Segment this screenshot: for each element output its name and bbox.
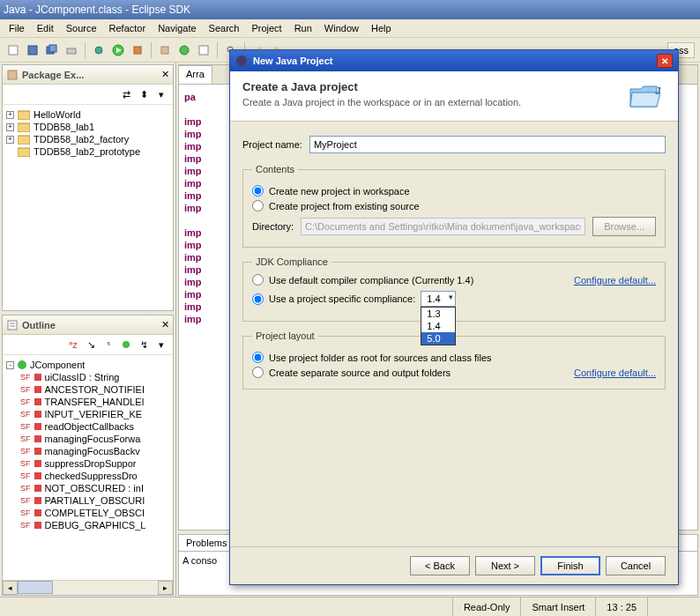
outline-item[interactable]: SFuiClassID : String — [20, 371, 169, 383]
menu-search[interactable]: Search — [204, 21, 245, 35]
cancel-button[interactable]: Cancel — [606, 556, 666, 575]
menu-file[interactable]: File — [4, 21, 30, 35]
close-view-icon[interactable]: ✕ — [161, 319, 169, 330]
folder-icon — [18, 134, 30, 145]
svg-rect-17 — [18, 111, 30, 120]
tree-item[interactable]: TDDB58_lab2_prototype — [34, 146, 140, 157]
outline-item[interactable]: SFcheckedSuppressDro — [20, 470, 169, 482]
scroll-right-icon[interactable]: ▸ — [158, 581, 173, 595]
configure-default-link[interactable]: Configure default... — [574, 275, 656, 286]
view-menu-icon[interactable]: ▾ — [153, 337, 169, 353]
outline-item[interactable]: SFmanagingFocusBackv — [20, 445, 169, 457]
contents-existing-radio[interactable] — [252, 200, 264, 212]
sort-icon[interactable]: ᵃz — [65, 337, 81, 353]
compliance-option[interactable]: 5.0 — [421, 332, 454, 345]
save-button[interactable] — [25, 42, 41, 58]
layout-opt1[interactable]: Use project folder as root for sources a… — [269, 353, 492, 363]
jdk-default-radio[interactable] — [252, 274, 264, 286]
outline-view: Outline ✕ ᵃz ↘ ˢ ↯ ▾ -JComponent SFuiCla… — [2, 315, 174, 596]
project-name-input[interactable] — [309, 136, 666, 153]
compliance-option[interactable]: 1.3 — [421, 308, 454, 320]
expand-icon[interactable]: + — [6, 111, 14, 119]
menu-refactor[interactable]: Refactor — [104, 21, 152, 35]
outline-tree: -JComponent SFuiClassID : StringSFANCEST… — [3, 355, 173, 580]
tree-item[interactable]: TDDB58_lab1 — [34, 122, 94, 132]
outline-item[interactable]: SFDEBUG_GRAPHICS_L — [20, 519, 169, 531]
jdk-opt2[interactable]: Use a project specific compliance: — [269, 293, 415, 304]
save-all-button[interactable] — [44, 42, 60, 58]
ext-tools-button[interactable] — [130, 42, 145, 58]
new-package-button[interactable] — [157, 42, 173, 58]
compliance-dropdown[interactable]: 1.3 1.4 5.0 — [421, 307, 455, 345]
status-bar: Read-Only Smart Insert 13 : 25 — [0, 597, 700, 616]
toolbar-divider — [151, 42, 152, 58]
contents-workspace-radio[interactable] — [252, 185, 264, 197]
hide-nonpublic-icon[interactable] — [118, 337, 134, 353]
hide-static-icon[interactable]: ˢ — [101, 337, 116, 353]
link-editor-icon[interactable]: ⬍ — [136, 86, 152, 102]
menu-run[interactable]: Run — [289, 21, 317, 35]
outline-item[interactable]: SFsuppressDropSuppor — [20, 457, 169, 470]
layout-separate-radio[interactable] — [252, 367, 264, 378]
collapse-icon[interactable]: - — [6, 361, 14, 369]
editor-tab[interactable]: Arra — [179, 65, 212, 84]
layout-root-radio[interactable] — [252, 352, 264, 363]
new-button[interactable] — [5, 42, 21, 58]
hide-local-icon[interactable]: ↯ — [136, 337, 152, 353]
new-class-button[interactable] — [176, 42, 192, 58]
next-button[interactable]: Next > — [475, 556, 535, 575]
jdk-specific-radio[interactable] — [252, 293, 264, 305]
expand-icon[interactable]: + — [6, 123, 14, 131]
compliance-option[interactable]: 1.4 — [421, 320, 454, 332]
collapse-all-icon[interactable]: ⇄ — [118, 86, 134, 102]
menu-window[interactable]: Window — [319, 21, 364, 35]
outline-item[interactable]: SFmanagingFocusForwa — [20, 433, 169, 445]
close-icon[interactable]: ✕ — [657, 54, 673, 68]
banner-title: Create a Java project — [242, 80, 629, 93]
run-button[interactable] — [110, 42, 126, 58]
directory-input — [301, 218, 585, 235]
close-view-icon[interactable]: ✕ — [161, 69, 169, 80]
open-type-button[interactable] — [196, 42, 212, 58]
outline-item[interactable]: SFTRANSFER_HANDLEI — [20, 396, 169, 408]
contents-opt2[interactable]: Create project from existing source — [269, 201, 420, 212]
horizontal-scrollbar[interactable]: ◂ ▸ — [3, 580, 173, 595]
package-explorer-title: Package Ex... — [22, 70, 158, 80]
outline-item[interactable]: SFINPUT_VERIFIER_KE — [20, 408, 169, 420]
menu-project[interactable]: Project — [246, 21, 287, 35]
scroll-thumb[interactable] — [18, 581, 53, 594]
hide-fields-icon[interactable]: ↘ — [83, 337, 99, 353]
tree-item[interactable]: HelloWorld — [34, 109, 81, 120]
problems-tab[interactable]: Problems — [179, 535, 235, 551]
folder-icon — [18, 122, 30, 132]
expand-icon[interactable]: + — [6, 136, 14, 144]
configure-layout-link[interactable]: Configure default... — [574, 367, 656, 378]
print-button[interactable] — [63, 42, 79, 58]
debug-button[interactable] — [91, 42, 107, 58]
outline-item[interactable]: SFreadObjectCallbacks — [20, 420, 169, 433]
view-menu-icon[interactable]: ▾ — [153, 86, 169, 102]
outline-item[interactable]: SFNOT_OBSCURED : inI — [20, 482, 169, 494]
jdk-opt1[interactable]: Use default compiler compliance (Current… — [269, 275, 473, 286]
tree-item[interactable]: TDDB58_lab2_factory — [34, 134, 129, 145]
menu-source[interactable]: Source — [61, 21, 102, 35]
svg-rect-11 — [199, 46, 208, 55]
svg-rect-9 — [161, 47, 168, 54]
outline-item[interactable]: SFPARTIALLY_OBSCURI — [20, 494, 169, 507]
back-button[interactable]: < Back — [410, 556, 470, 575]
folder-icon — [18, 146, 30, 157]
menu-edit[interactable]: Edit — [32, 21, 59, 35]
layout-opt2[interactable]: Create separate source and output folder… — [269, 367, 451, 378]
contents-opt1[interactable]: Create new project in workspace — [269, 186, 410, 197]
menu-navigate[interactable]: Navigate — [153, 21, 201, 35]
svg-rect-3 — [49, 45, 56, 52]
compliance-select[interactable]: 1.4 1.3 1.4 5.0 — [421, 291, 455, 307]
finish-button[interactable]: Finish — [540, 556, 600, 575]
outline-item[interactable]: SFANCESTOR_NOTIFIEI — [20, 383, 169, 396]
dialog-titlebar[interactable]: New Java Project ✕ — [230, 50, 678, 71]
jdk-fieldset: JDK Compliance Use default compiler comp… — [242, 256, 666, 322]
outline-item[interactable]: SFCOMPLETELY_OBSCI — [20, 507, 169, 519]
menu-help[interactable]: Help — [366, 21, 397, 35]
outline-root[interactable]: JComponent — [30, 360, 85, 370]
scroll-left-icon[interactable]: ◂ — [3, 581, 18, 595]
